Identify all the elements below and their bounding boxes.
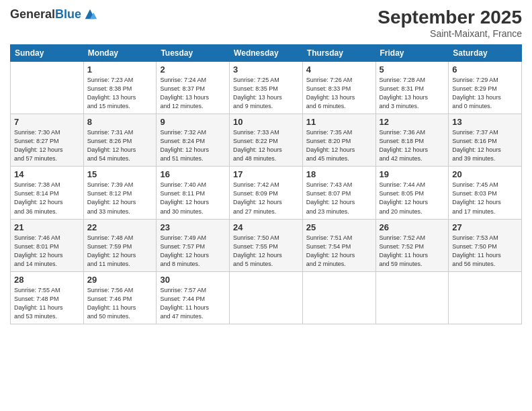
- calendar-cell: 17Sunrise: 7:42 AM Sunset: 8:09 PM Dayli…: [230, 167, 303, 219]
- calendar-cell: 22Sunrise: 7:48 AM Sunset: 7:59 PM Dayli…: [83, 219, 157, 271]
- col-tuesday: Tuesday: [157, 45, 230, 62]
- week-row-1: 1Sunrise: 7:23 AM Sunset: 8:38 PM Daylig…: [11, 62, 522, 114]
- calendar-cell: 19Sunrise: 7:44 AM Sunset: 8:05 PM Dayli…: [375, 167, 449, 219]
- day-info: Sunrise: 7:26 AM Sunset: 8:33 PM Dayligh…: [306, 76, 372, 111]
- day-number: 25: [306, 222, 372, 232]
- day-number: 12: [380, 117, 445, 127]
- day-number: 11: [306, 117, 372, 127]
- day-info: Sunrise: 7:23 AM Sunset: 8:38 PM Dayligh…: [87, 76, 153, 111]
- day-info: Sunrise: 7:37 AM Sunset: 8:16 PM Dayligh…: [452, 128, 518, 163]
- day-info: Sunrise: 7:24 AM Sunset: 8:37 PM Dayligh…: [160, 76, 226, 111]
- day-info: Sunrise: 7:30 AM Sunset: 8:27 PM Dayligh…: [14, 128, 80, 163]
- day-number: 27: [452, 222, 518, 232]
- calendar-cell: 20Sunrise: 7:45 AM Sunset: 8:03 PM Dayli…: [449, 167, 522, 219]
- calendar-cell: 30Sunrise: 7:57 AM Sunset: 7:44 PM Dayli…: [157, 271, 230, 324]
- calendar-cell: 27Sunrise: 7:53 AM Sunset: 7:50 PM Dayli…: [449, 219, 522, 271]
- calendar-cell: 7Sunrise: 7:30 AM Sunset: 8:27 PM Daylig…: [11, 114, 84, 167]
- day-number: 13: [452, 117, 518, 127]
- calendar-cell: 18Sunrise: 7:43 AM Sunset: 8:07 PM Dayli…: [302, 167, 375, 219]
- day-number: 28: [14, 275, 80, 285]
- day-info: Sunrise: 7:55 AM Sunset: 7:48 PM Dayligh…: [14, 286, 80, 321]
- day-info: Sunrise: 7:43 AM Sunset: 8:07 PM Dayligh…: [306, 181, 372, 216]
- calendar-cell: 10Sunrise: 7:33 AM Sunset: 8:22 PM Dayli…: [230, 114, 303, 167]
- day-number: 30: [160, 275, 226, 285]
- calendar-cell: 12Sunrise: 7:36 AM Sunset: 8:18 PM Dayli…: [375, 114, 449, 167]
- calendar-cell: 14Sunrise: 7:38 AM Sunset: 8:14 PM Dayli…: [11, 167, 84, 219]
- week-row-5: 28Sunrise: 7:55 AM Sunset: 7:48 PM Dayli…: [11, 271, 522, 324]
- calendar-cell: 5Sunrise: 7:28 AM Sunset: 8:31 PM Daylig…: [375, 62, 449, 114]
- day-number: 4: [306, 64, 372, 75]
- main-container: GeneralBlue September 2025 Saint-Maixant…: [0, 0, 532, 411]
- calendar-cell: [302, 271, 375, 324]
- day-info: Sunrise: 7:35 AM Sunset: 8:20 PM Dayligh…: [306, 128, 372, 163]
- day-info: Sunrise: 7:45 AM Sunset: 8:03 PM Dayligh…: [452, 181, 518, 216]
- day-number: 26: [380, 222, 445, 232]
- day-number: 14: [14, 169, 80, 179]
- calendar-cell: 26Sunrise: 7:52 AM Sunset: 7:52 PM Dayli…: [375, 219, 449, 271]
- day-number: 15: [87, 169, 153, 179]
- day-info: Sunrise: 7:32 AM Sunset: 8:24 PM Dayligh…: [160, 128, 226, 163]
- day-info: Sunrise: 7:50 AM Sunset: 7:55 PM Dayligh…: [233, 234, 299, 269]
- calendar-cell: [230, 271, 303, 324]
- day-number: 5: [380, 64, 445, 75]
- day-info: Sunrise: 7:36 AM Sunset: 8:18 PM Dayligh…: [380, 128, 445, 163]
- day-number: 1: [87, 64, 153, 75]
- header: GeneralBlue September 2025 Saint-Maixant…: [10, 7, 522, 39]
- calendar-table: Sunday Monday Tuesday Wednesday Thursday…: [10, 44, 522, 324]
- day-number: 22: [87, 222, 153, 232]
- calendar-cell: [449, 271, 522, 324]
- day-number: 19: [380, 169, 445, 179]
- day-info: Sunrise: 7:57 AM Sunset: 7:44 PM Dayligh…: [160, 286, 226, 321]
- col-saturday: Saturday: [449, 45, 522, 62]
- calendar-body: 1Sunrise: 7:23 AM Sunset: 8:38 PM Daylig…: [11, 62, 522, 324]
- calendar-cell: 23Sunrise: 7:49 AM Sunset: 7:57 PM Dayli…: [157, 219, 230, 271]
- day-number: 29: [87, 275, 153, 285]
- day-info: Sunrise: 7:40 AM Sunset: 8:11 PM Dayligh…: [160, 181, 226, 216]
- day-info: Sunrise: 7:51 AM Sunset: 7:54 PM Dayligh…: [306, 234, 372, 269]
- logo-general: General: [10, 7, 55, 21]
- calendar-cell: 1Sunrise: 7:23 AM Sunset: 8:38 PM Daylig…: [83, 62, 157, 114]
- week-row-4: 21Sunrise: 7:46 AM Sunset: 8:01 PM Dayli…: [11, 219, 522, 271]
- week-row-3: 14Sunrise: 7:38 AM Sunset: 8:14 PM Dayli…: [11, 167, 522, 219]
- day-info: Sunrise: 7:53 AM Sunset: 7:50 PM Dayligh…: [452, 234, 518, 269]
- col-friday: Friday: [375, 45, 449, 62]
- title-block: September 2025 Saint-Maixant, France: [378, 7, 522, 39]
- day-info: Sunrise: 7:39 AM Sunset: 8:12 PM Dayligh…: [87, 181, 153, 216]
- calendar-cell: 16Sunrise: 7:40 AM Sunset: 8:11 PM Dayli…: [157, 167, 230, 219]
- day-info: Sunrise: 7:56 AM Sunset: 7:46 PM Dayligh…: [87, 286, 153, 321]
- day-number: 17: [233, 169, 299, 179]
- logo: GeneralBlue: [10, 7, 97, 21]
- day-number: 23: [160, 222, 226, 232]
- calendar-cell: 11Sunrise: 7:35 AM Sunset: 8:20 PM Dayli…: [302, 114, 375, 167]
- logo-icon: [83, 7, 97, 21]
- day-number: 10: [233, 117, 299, 127]
- calendar-cell: 15Sunrise: 7:39 AM Sunset: 8:12 PM Dayli…: [83, 167, 157, 219]
- day-number: 6: [452, 64, 518, 75]
- month-title: September 2025: [378, 7, 522, 28]
- calendar-cell: 25Sunrise: 7:51 AM Sunset: 7:54 PM Dayli…: [302, 219, 375, 271]
- col-monday: Monday: [83, 45, 157, 62]
- day-info: Sunrise: 7:31 AM Sunset: 8:26 PM Dayligh…: [87, 128, 153, 163]
- calendar-cell: 28Sunrise: 7:55 AM Sunset: 7:48 PM Dayli…: [11, 271, 84, 324]
- col-thursday: Thursday: [302, 45, 375, 62]
- calendar-cell: 6Sunrise: 7:29 AM Sunset: 8:29 PM Daylig…: [449, 62, 522, 114]
- day-info: Sunrise: 7:28 AM Sunset: 8:31 PM Dayligh…: [380, 76, 445, 111]
- day-info: Sunrise: 7:33 AM Sunset: 8:22 PM Dayligh…: [233, 128, 299, 163]
- day-number: 24: [233, 222, 299, 232]
- day-info: Sunrise: 7:44 AM Sunset: 8:05 PM Dayligh…: [380, 181, 445, 216]
- day-number: 18: [306, 169, 372, 179]
- calendar-cell: 24Sunrise: 7:50 AM Sunset: 7:55 PM Dayli…: [230, 219, 303, 271]
- calendar-cell: 29Sunrise: 7:56 AM Sunset: 7:46 PM Dayli…: [83, 271, 157, 324]
- day-number: 3: [233, 64, 299, 75]
- day-info: Sunrise: 7:29 AM Sunset: 8:29 PM Dayligh…: [452, 76, 518, 111]
- calendar-header: Sunday Monday Tuesday Wednesday Thursday…: [11, 45, 522, 62]
- location: Saint-Maixant, France: [378, 28, 522, 39]
- week-row-2: 7Sunrise: 7:30 AM Sunset: 8:27 PM Daylig…: [11, 114, 522, 167]
- calendar-cell: 13Sunrise: 7:37 AM Sunset: 8:16 PM Dayli…: [449, 114, 522, 167]
- col-wednesday: Wednesday: [230, 45, 303, 62]
- calendar-cell: 2Sunrise: 7:24 AM Sunset: 8:37 PM Daylig…: [157, 62, 230, 114]
- day-info: Sunrise: 7:52 AM Sunset: 7:52 PM Dayligh…: [380, 234, 445, 269]
- day-info: Sunrise: 7:38 AM Sunset: 8:14 PM Dayligh…: [14, 181, 80, 216]
- day-number: 7: [14, 117, 80, 127]
- logo-blue: Blue: [55, 7, 81, 21]
